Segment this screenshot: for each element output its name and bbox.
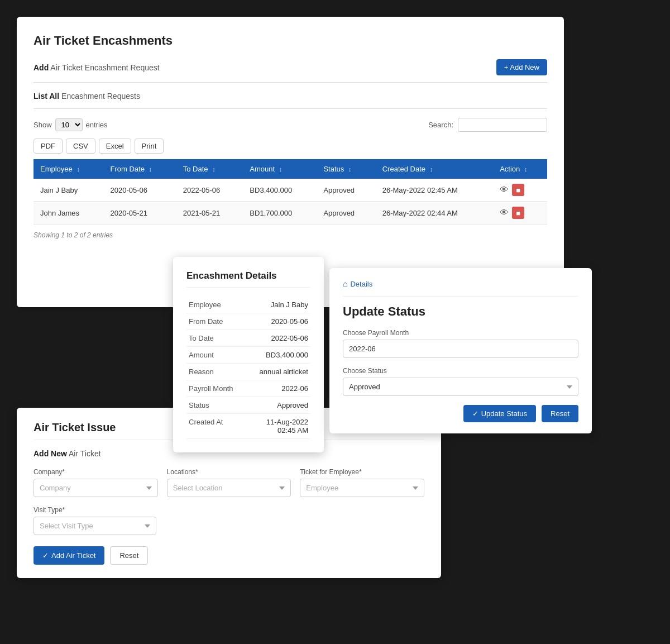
detail-row: Reason annual airticket [186, 364, 310, 380]
search-label: Search: [428, 121, 453, 129]
sort-icon-action: ↕ [524, 166, 528, 173]
locations-label: Locations* [167, 468, 291, 476]
payroll-month-input[interactable] [343, 340, 578, 358]
entries-select[interactable]: 10 25 50 [55, 118, 83, 131]
table-controls: Show 10 25 50 entries Search: [34, 118, 547, 132]
add-label: Add [34, 63, 49, 72]
print-button[interactable]: Print [135, 139, 164, 154]
payroll-month-group: Choose Payroll Month [343, 329, 578, 358]
checkmark-icon-ticket: ✓ [42, 551, 49, 560]
employee-select[interactable]: Employee [300, 479, 424, 497]
detail-row: Status Approved [186, 397, 310, 414]
employee-label: Ticket for Employee* [300, 468, 424, 476]
detail-row: To Date 2022-05-06 [186, 330, 310, 347]
col-from-date[interactable]: From Date ↕ [103, 159, 176, 179]
cell-from-date: 2020-05-21 [103, 202, 176, 225]
view-icon[interactable]: 👁 [500, 185, 509, 195]
delete-button[interactable]: ■ [512, 207, 524, 219]
detail-label: To Date [186, 330, 248, 347]
company-col: Company* Company [34, 468, 158, 497]
detail-value: annual airticket [248, 364, 310, 380]
update-status-buttons: ✓ Update Status Reset [343, 405, 578, 422]
cell-to-date: 2022-05-06 [176, 179, 243, 202]
visit-type-label: Visit Type* [34, 506, 424, 514]
sort-icon-amount: ↕ [279, 166, 283, 173]
cell-status: Approved [317, 179, 375, 202]
sort-icon-to-date: ↕ [212, 166, 216, 173]
detail-label: Reason [186, 364, 248, 380]
cell-from-date: 2020-05-06 [103, 179, 176, 202]
detail-label: Amount [186, 347, 248, 364]
sort-icon-employee: ↕ [76, 166, 80, 173]
show-entries: Show 10 25 50 entries [34, 118, 108, 131]
visit-type-select[interactable]: Select Visit Type [34, 517, 156, 535]
breadcrumb-text: Details [350, 280, 372, 288]
delete-button[interactable]: ■ [512, 184, 524, 196]
reset-button[interactable]: Reset [542, 405, 578, 422]
air-ticket-buttons: ✓ Add Air Ticket Reset [34, 546, 424, 565]
update-status-card: ⌂ Details Update Status Choose Payroll M… [329, 268, 592, 433]
entries-suffix: entries [86, 121, 108, 129]
col-action: Action ↕ [493, 159, 547, 179]
detail-value: 2022-06 [248, 380, 310, 397]
add-section-header: Add Air Ticket Encashment Request + Add … [34, 59, 547, 83]
encashments-table: Employee ↕ From Date ↕ To Date ↕ Amount … [34, 159, 547, 225]
breadcrumb[interactable]: ⌂ Details [343, 279, 578, 288]
page-title: Air Ticket Encashments [34, 34, 547, 48]
cell-action: 👁 ■ [493, 179, 547, 202]
csv-button[interactable]: CSV [66, 139, 95, 154]
detail-value: Jain J Baby [248, 297, 310, 313]
add-new-button[interactable]: + Add New [496, 59, 547, 75]
encashment-details-title: Encashment Details [186, 270, 310, 288]
cell-employee: Jain J Baby [34, 179, 103, 202]
cell-amount: BD3,400.000 [243, 179, 317, 202]
col-status[interactable]: Status ↕ [317, 159, 375, 179]
detail-row: Employee Jain J Baby [186, 297, 310, 313]
locations-select[interactable]: Select Location [167, 479, 291, 497]
detail-row: Amount BD3,400.000 [186, 347, 310, 364]
list-section: List All Encashment Requests [34, 92, 547, 109]
col-to-date[interactable]: To Date ↕ [176, 159, 243, 179]
cell-created-date: 26-May-2022 02:44 AM [376, 202, 493, 225]
choose-status-label: Choose Status [343, 367, 578, 375]
reset-ticket-button[interactable]: Reset [110, 546, 148, 565]
visit-type-row: Visit Type* Select Visit Type [34, 506, 424, 535]
sort-icon-status: ↕ [348, 166, 352, 173]
table-row: Jain J Baby 2020-05-06 2022-05-06 BD3,40… [34, 179, 547, 202]
cell-action: 👁 ■ [493, 202, 547, 225]
cell-amount: BD1,700.000 [243, 202, 317, 225]
payroll-month-label: Choose Payroll Month [343, 329, 578, 337]
pdf-button[interactable]: PDF [34, 139, 63, 154]
company-label: Company* [34, 468, 158, 476]
choose-status-group: Choose Status Approved Pending Rejected [343, 367, 578, 396]
cell-created-date: 26-May-2022 02:45 AM [376, 179, 493, 202]
showing-text: Showing 1 to 2 of 2 entries [34, 231, 547, 239]
update-status-button[interactable]: ✓ Update Status [463, 405, 536, 422]
detail-label: Payroll Month [186, 380, 248, 397]
search-input[interactable] [458, 118, 547, 132]
cell-employee: John James [34, 202, 103, 225]
detail-value: 11-Aug-2022 02:45 AM [248, 414, 310, 439]
company-select[interactable]: Company [34, 479, 158, 497]
home-icon: ⌂ [343, 279, 347, 288]
sort-icon-from-date: ↕ [149, 166, 152, 173]
col-created-date[interactable]: Created Date ↕ [376, 159, 493, 179]
detail-row: Payroll Month 2022-06 [186, 380, 310, 397]
encashment-details-card: Encashment Details Employee Jain J Baby … [173, 257, 324, 452]
add-air-ticket-button[interactable]: ✓ Add Air Ticket [34, 546, 104, 565]
list-label: List All [34, 92, 59, 101]
checkmark-icon: ✓ [472, 409, 478, 418]
cell-to-date: 2021-05-21 [176, 202, 243, 225]
add-section-text: Add Air Ticket Encashment Request [34, 63, 160, 72]
view-icon[interactable]: 👁 [500, 208, 509, 218]
status-select[interactable]: Approved Pending Rejected [343, 378, 578, 396]
add-new-label-bold: Add New [34, 449, 67, 458]
update-status-title: Update Status [343, 304, 578, 319]
employee-col: Ticket for Employee* Employee [300, 468, 424, 497]
detail-table: Employee Jain J Baby From Date 2020-05-0… [186, 297, 310, 439]
col-employee[interactable]: Employee ↕ [34, 159, 103, 179]
excel-button[interactable]: Excel [99, 139, 131, 154]
export-buttons: PDF CSV Excel Print [34, 139, 547, 154]
col-amount[interactable]: Amount ↕ [243, 159, 317, 179]
table-header-row: Employee ↕ From Date ↕ To Date ↕ Amount … [34, 159, 547, 179]
